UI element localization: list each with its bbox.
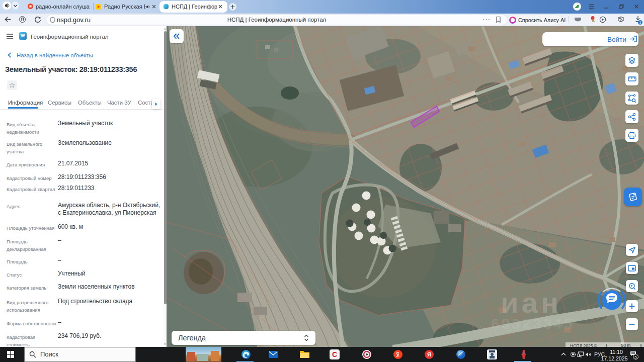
svg-text:иан: иан bbox=[501, 286, 561, 319]
svg-text:69323345: 69323345 bbox=[491, 315, 574, 332]
svg-text:Я: Я bbox=[427, 351, 431, 357]
